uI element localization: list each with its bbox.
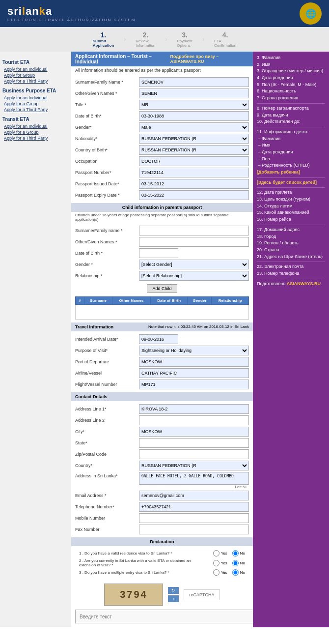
captcha-area: 3794 ↻ ♪ reCAPTCHA: [75, 584, 249, 606]
rs-item-11c: – Дата рождения: [257, 149, 325, 155]
declaration-q1-yes-radio[interactable]: [213, 550, 219, 556]
child-dob-label: Date of Birth *: [75, 251, 139, 256]
purpose-select[interactable]: Sightseeing or Holidaying: [139, 346, 249, 355]
declaration-q2-yes-label[interactable]: Yes: [213, 560, 227, 566]
other-names-input[interactable]: [139, 88, 249, 98]
rs-item-3: 3. Обращение (мистер / миссис): [257, 68, 325, 74]
declaration-q1-no-label[interactable]: No: [232, 550, 245, 556]
declaration-q3-no-label[interactable]: No: [232, 569, 245, 576]
airline-input[interactable]: [139, 368, 249, 378]
passport-expiry-input[interactable]: [139, 190, 249, 200]
declaration-q1-row: 1 . Do you have a valid residence visa t…: [79, 550, 245, 556]
passport-issued-row: Passport Issued Date*: [75, 179, 249, 189]
right-sidebar: 3. Фамилия 2. Имя 3. Обращение (мистер /…: [253, 52, 329, 627]
rs-divider-5: [257, 225, 325, 225]
declaration-q2-yes-radio[interactable]: [213, 560, 219, 566]
sidebar-item-tourist-third[interactable]: Apply for a Third Party: [2, 78, 69, 84]
passport-issued-input[interactable]: [139, 179, 249, 189]
declaration-q3-no-radio[interactable]: [232, 569, 239, 576]
address2-input[interactable]: [139, 415, 249, 425]
nationality-select[interactable]: RUSSIAN FEDERATION (R: [139, 134, 249, 144]
zip-input[interactable]: [139, 449, 249, 459]
flight-label: Flight/Vessel Number: [75, 382, 139, 387]
city-input[interactable]: [139, 427, 249, 437]
country-select[interactable]: RUSSIAN FEDERATION (R: [139, 461, 249, 470]
child-col-other: Other Names: [112, 297, 151, 305]
passport-input[interactable]: [139, 168, 249, 177]
gender-select[interactable]: Male Female: [139, 122, 249, 132]
rs-item-7: 7. Страна рождения: [257, 95, 325, 101]
sidebar-item-business-third[interactable]: Apply for a Third Party: [2, 107, 69, 113]
gender-row: Gender* Male Female: [75, 122, 249, 132]
country-birth-select[interactable]: RUSSIAN FEDERATION (R: [139, 145, 249, 155]
declaration-q3-yes-radio[interactable]: [213, 569, 219, 576]
sidebar-item-transit-individual[interactable]: Apply for an Individual: [2, 123, 69, 129]
address1-input[interactable]: [139, 404, 249, 414]
sidebar-item-tourist-group[interactable]: Apply for Group: [2, 72, 69, 78]
rs-item-13: 13. Цель поездки (туризм): [257, 197, 325, 203]
country-row: Country* RUSSIAN FEDERATION (R: [75, 461, 249, 470]
flight-input[interactable]: [139, 380, 249, 389]
sidebar-item-transit-third[interactable]: Apply for a Third Party: [2, 135, 69, 141]
declaration-q3-yes-label[interactable]: Yes: [213, 569, 227, 576]
captcha-text-input[interactable]: [75, 610, 257, 623]
logo-area: srilanka ELECTRONIC TRAVEL AUTHORIZATION…: [7, 5, 136, 22]
city-label: City*: [75, 429, 139, 434]
surname-input[interactable]: [139, 77, 249, 87]
port-input[interactable]: [139, 357, 249, 367]
occupation-input[interactable]: [139, 156, 249, 166]
declaration-q1-yes-label[interactable]: Yes: [213, 550, 227, 556]
declaration-q1: 1 . Do you have a valid residence visa t…: [79, 551, 208, 556]
child-surname-input[interactable]: [139, 226, 249, 235]
arrival-row: Intended Arrival Date*: [75, 334, 249, 344]
personal-info-section: Surname/Family Name * Other/Given Names …: [71, 74, 253, 203]
transit-eta-title: Transit ETA: [2, 117, 69, 122]
other-names-label: Other/Given Names *: [75, 91, 139, 96]
state-label: State*: [75, 440, 139, 445]
state-row: State*: [75, 438, 249, 448]
state-input[interactable]: [139, 438, 249, 448]
occupation-row: Occupation: [75, 156, 249, 166]
business-eta-title: Business Purpose ETA: [2, 88, 69, 93]
captcha-audio-button[interactable]: ♪: [168, 595, 179, 602]
declaration-q1-no-radio[interactable]: [232, 550, 239, 556]
mobile-input[interactable]: [139, 513, 249, 523]
declaration-q2-no-label[interactable]: No: [232, 560, 245, 566]
sidebar: Tourist ETA Apply for an Individual Appl…: [0, 52, 71, 627]
sidebar-item-business-individual[interactable]: Apply for an Individual: [2, 95, 69, 101]
child-other-names-input[interactable]: [139, 237, 249, 247]
sri-lanka-address-input[interactable]: GALLE FACE HOTEL, 2 GALLE ROAD, COLOMBO: [139, 472, 249, 485]
rs-item-20: 20. Страна: [257, 247, 325, 253]
passport-expiry-row: Passport Expiry Date *: [75, 190, 249, 200]
child-other-names-label: Other/Given Names *: [75, 239, 139, 244]
sidebar-item-transit-group[interactable]: Apply for a Group: [2, 129, 69, 135]
passport-expiry-label: Passport Expiry Date *: [75, 193, 139, 198]
add-child-button[interactable]: Add Child: [147, 284, 177, 293]
child-relationship-select[interactable]: [Select Relationship]: [139, 271, 249, 281]
sidebar-item-tourist-individual[interactable]: Apply for an Individual: [2, 66, 69, 72]
form-header: Applicant Information – Tourist – Indivi…: [71, 52, 253, 66]
child-col-gender: Gender: [188, 297, 212, 305]
purpose-label: Purpose of Visit*: [75, 348, 139, 353]
city-row: City*: [75, 427, 249, 437]
child-dob-input[interactable]: [139, 248, 178, 258]
dob-input[interactable]: [139, 111, 249, 121]
child-other-names-row: Other/Given Names *: [75, 237, 249, 247]
address2-row: Address Line 2: [75, 415, 249, 425]
declaration-q2-no-radio[interactable]: [232, 560, 239, 566]
arrival-input[interactable]: [139, 334, 178, 344]
fax-input[interactable]: [139, 525, 249, 534]
title-select[interactable]: MR MRS MS: [139, 100, 249, 110]
mobile-label: Mobile Number: [75, 516, 139, 521]
rs-item-4: 4. Дата рождения: [257, 75, 325, 81]
rs-divider-3: [257, 177, 325, 178]
sidebar-item-business-group[interactable]: Apply for a Group: [2, 101, 69, 107]
child-gender-select[interactable]: [Select Gender]: [139, 260, 249, 269]
captcha-refresh-button[interactable]: ↻: [168, 587, 179, 594]
child-table: # Surname Other Names Date of Birth Gend…: [75, 296, 249, 320]
child-col-dob: Date of Birth: [150, 297, 187, 305]
email-input[interactable]: [139, 491, 249, 500]
phone-input[interactable]: [139, 502, 249, 512]
passport-row: Passport Number*: [75, 168, 249, 177]
audio-icon: ♪: [172, 596, 175, 601]
